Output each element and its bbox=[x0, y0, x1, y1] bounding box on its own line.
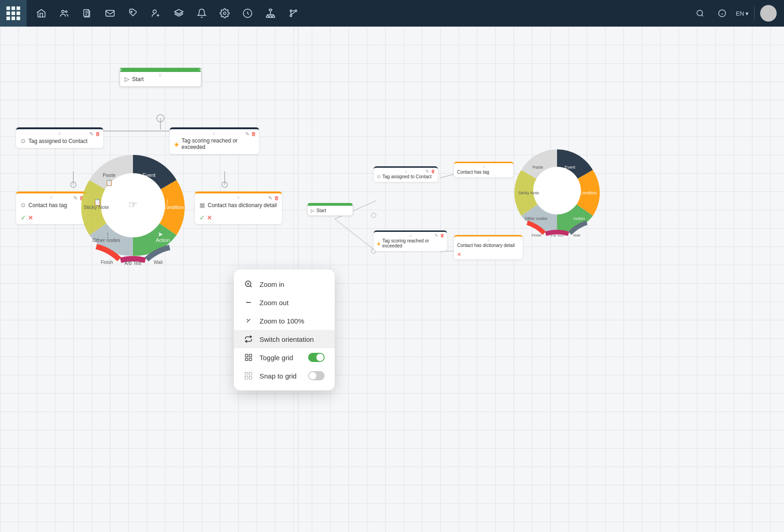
svg-text:Other nodes: Other nodes bbox=[525, 216, 547, 221]
home-icon[interactable] bbox=[31, 3, 51, 23]
tag1r-drag[interactable]: ⠿ bbox=[405, 169, 407, 174]
svg-text:✦: ✦ bbox=[148, 181, 153, 188]
tag1-drag-handle[interactable]: ⠿ bbox=[58, 131, 61, 136]
top-navigation: EN ▾ bbox=[0, 0, 784, 27]
user-add-icon[interactable] bbox=[146, 3, 166, 23]
search-button[interactable] bbox=[692, 5, 708, 22]
svg-text:Paste: Paste bbox=[532, 165, 543, 170]
settings-alt-icon[interactable] bbox=[215, 3, 235, 23]
mail-icon[interactable] bbox=[100, 3, 120, 23]
tag1-mini-node[interactable]: ⠿ ✎ 🗑 ⊙ Tag assigned to Contact bbox=[374, 166, 438, 182]
tag1r-icon: ⊙ bbox=[377, 174, 381, 179]
user-avatar[interactable] bbox=[760, 5, 777, 22]
svg-line-27 bbox=[335, 219, 376, 251]
tag1r-delete[interactable]: 🗑 bbox=[431, 169, 435, 174]
svg-text:➤: ➤ bbox=[158, 230, 163, 238]
zoom-100-item[interactable]: Zoom to 100% bbox=[234, 312, 335, 330]
tag2-delete-icon[interactable]: 🗑 bbox=[251, 131, 256, 137]
svg-point-1 bbox=[66, 11, 67, 13]
svg-rect-55 bbox=[249, 373, 252, 375]
document-icon[interactable] bbox=[77, 3, 97, 23]
tag1-node[interactable]: ⠿ ✎ 🗑 ⊙ Tag assigned to Contact bbox=[16, 127, 103, 148]
info-button[interactable] bbox=[714, 5, 730, 22]
tag2-drag-handle[interactable]: ⠿ bbox=[213, 131, 216, 136]
tag2r-delete[interactable]: 🗑 bbox=[440, 233, 444, 238]
workflow-canvas[interactable]: ▷ Start ⠿ ⠿ ✎ 🗑 ⊙ Tag assigned to Contac… bbox=[0, 27, 784, 532]
language-selector[interactable]: EN ▾ bbox=[736, 10, 749, 17]
c2r-label: Contact has dictionary detail bbox=[457, 243, 515, 248]
tag1-delete-icon[interactable]: 🗑 bbox=[95, 131, 100, 137]
svg-text:Finish: Finish bbox=[531, 233, 541, 236]
contact2-drag-handle[interactable]: ⠿ bbox=[237, 195, 240, 200]
branch-icon[interactable] bbox=[283, 3, 304, 23]
tag-icon[interactable] bbox=[123, 3, 143, 23]
toggle-grid-switch[interactable] bbox=[308, 353, 325, 362]
tag1r-edit[interactable]: ✎ bbox=[425, 169, 429, 174]
zoom-in-item[interactable]: Zoom in bbox=[234, 275, 335, 293]
pie-fr-svg: Event Condition Action Other nodes Stick… bbox=[511, 145, 603, 236]
tag1-type-icon: ⊙ bbox=[21, 137, 26, 144]
contact2-ok-icon[interactable]: ✓ bbox=[199, 214, 205, 221]
nav-icons-list bbox=[27, 3, 692, 23]
contact1-mini-node[interactable]: ⠿ Contact has tag bbox=[454, 162, 513, 177]
bell-icon[interactable] bbox=[192, 3, 212, 23]
svg-point-25 bbox=[157, 115, 164, 122]
svg-text:⋮: ⋮ bbox=[164, 198, 171, 206]
tag1-edit-icon[interactable]: ✎ bbox=[89, 131, 94, 137]
layers-icon[interactable] bbox=[169, 3, 189, 23]
svg-point-28 bbox=[371, 213, 376, 218]
contact2-type-icon: ▦ bbox=[199, 202, 205, 208]
apps-button[interactable] bbox=[0, 0, 27, 27]
svg-text:Event: Event bbox=[564, 165, 575, 170]
start-drag-handle[interactable]: ⠿ bbox=[159, 73, 162, 78]
pie-menu-far-right[interactable]: Event Condition Action Other nodes Stick… bbox=[511, 145, 603, 236]
toggle-grid-label: Toggle grid bbox=[259, 354, 302, 362]
pie-menu[interactable]: Event Condition Action Other nodes Stick… bbox=[73, 146, 193, 265]
minus-icon bbox=[244, 298, 253, 307]
zoom-in-label: Zoom in bbox=[259, 280, 325, 288]
tag2r-edit[interactable]: ✎ bbox=[435, 233, 438, 238]
tag2-edit-icon[interactable]: ✎ bbox=[245, 131, 249, 137]
switch-icon bbox=[244, 335, 253, 344]
tag2-mini-node[interactable]: ⠿ ✎ 🗑 ◈ Tag scoring reached or exceeded bbox=[374, 230, 447, 251]
contact1-cancel-icon[interactable]: ✕ bbox=[28, 214, 33, 221]
tag2r-icon: ◈ bbox=[377, 241, 381, 246]
zoom-out-item[interactable]: Zoom out bbox=[234, 293, 335, 312]
c1r-drag[interactable]: ⠿ bbox=[483, 165, 485, 170]
toggle-grid-item[interactable]: Toggle grid bbox=[234, 348, 335, 367]
snap-grid-switch[interactable] bbox=[308, 371, 325, 380]
svg-point-12 bbox=[290, 10, 292, 12]
c2r-cancel-icon[interactable]: ✕ bbox=[457, 252, 461, 258]
svg-rect-10 bbox=[269, 16, 272, 18]
snap-grid-item[interactable]: Snap to grid bbox=[234, 367, 335, 385]
svg-rect-51 bbox=[249, 354, 252, 356]
mini-start-icon: ▷ bbox=[311, 208, 315, 213]
contact1-ok-icon[interactable]: ✓ bbox=[21, 214, 26, 221]
apps-grid-icon bbox=[6, 6, 20, 20]
svg-rect-53 bbox=[249, 358, 252, 361]
hierarchy-icon[interactable] bbox=[260, 3, 281, 23]
gear-icon[interactable] bbox=[237, 3, 258, 23]
svg-text:A/B Test: A/B Test bbox=[124, 261, 141, 265]
start-node[interactable]: ▷ Start ⠿ bbox=[119, 68, 202, 87]
contact2-delete-icon[interactable]: 🗑 bbox=[274, 195, 279, 201]
plus-icon bbox=[244, 280, 253, 289]
c2r-drag[interactable]: ⠿ bbox=[487, 238, 490, 243]
contact2-mini-node[interactable]: ⠿ Contact has dictionary detail ✕ bbox=[454, 235, 523, 259]
start-node-mini[interactable]: ▷ Start bbox=[307, 203, 353, 216]
contact2-node[interactable]: ⠿ ✎ 🗑 ▦ Contact has dictionary detail ✓ … bbox=[195, 192, 282, 224]
tag2r-drag[interactable]: ⠿ bbox=[409, 233, 412, 238]
tag1r-actions: ✎ 🗑 bbox=[425, 169, 435, 174]
contact2-cancel-icon[interactable]: ✕ bbox=[207, 214, 212, 221]
contact1-drag-handle[interactable]: ⠿ bbox=[50, 195, 53, 200]
contact2-edit-icon[interactable]: ✎ bbox=[268, 195, 272, 201]
svg-text:Finish: Finish bbox=[101, 260, 113, 265]
svg-point-15 bbox=[697, 10, 702, 16]
svg-point-24 bbox=[222, 182, 227, 187]
switch-orientation-label: Switch orientation bbox=[259, 335, 325, 343]
svg-rect-57 bbox=[249, 377, 252, 379]
contacts-icon[interactable] bbox=[54, 3, 74, 23]
svg-point-4 bbox=[131, 11, 132, 12]
switch-orientation-item[interactable]: Switch orientation bbox=[234, 330, 335, 348]
svg-rect-9 bbox=[266, 16, 269, 18]
